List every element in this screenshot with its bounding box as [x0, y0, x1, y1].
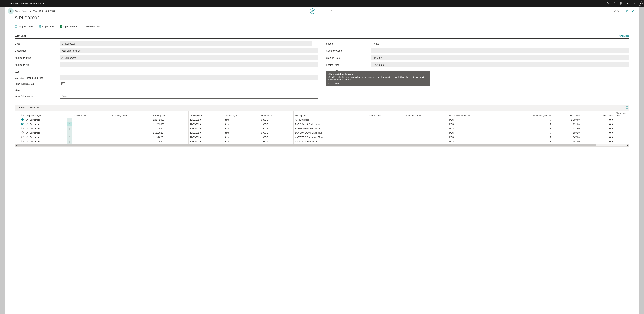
back-button[interactable] — [8, 8, 14, 14]
cell-applies-no[interactable] — [72, 140, 111, 144]
cell-variant[interactable] — [367, 126, 403, 131]
cell-variant[interactable] — [367, 135, 403, 140]
cell-start[interactable]: 11/1/2020 — [152, 126, 188, 131]
show-less-link[interactable]: Show less — [619, 34, 629, 37]
row-more-icon[interactable]: ⋮ — [67, 135, 72, 140]
cell-end[interactable]: 12/31/2020 — [188, 126, 223, 131]
tooltip-learn-more-link[interactable]: Learn more — [328, 82, 340, 84]
cell-applies-no[interactable] — [72, 122, 111, 126]
code-lookup-button[interactable]: ⋯ — [313, 41, 318, 46]
cell-price[interactable]: 190.10 — [552, 131, 581, 135]
col-variant[interactable]: Variant Code — [367, 111, 403, 118]
col-cost[interactable]: Cost Factor — [581, 111, 614, 118]
delete-button[interactable] — [329, 8, 334, 14]
cell-currency[interactable] — [111, 118, 152, 122]
row-select[interactable] — [21, 118, 24, 121]
cell-worktype[interactable] — [403, 122, 448, 126]
cell-ptype[interactable]: Item — [223, 118, 260, 122]
cell-ptype[interactable]: Item — [223, 131, 260, 135]
cell-applies-type[interactable]: All Customers — [25, 118, 67, 122]
user-avatar[interactable]: F — [638, 1, 643, 6]
row-more-icon[interactable]: ⋮ — [67, 118, 72, 122]
cell-allowdisc[interactable] — [614, 122, 629, 126]
cell-pno[interactable]: 1908-S — [260, 131, 294, 135]
cell-desc[interactable]: ANTWERP Conference Table — [294, 135, 367, 140]
cell-pno[interactable]: 1925-W — [260, 140, 294, 144]
cell-pno[interactable]: 1900-S — [260, 122, 294, 126]
col-worktype[interactable]: Work Type Code — [403, 111, 448, 118]
cell-minqty[interactable]: 5 — [504, 140, 552, 144]
cell-applies-no[interactable] — [72, 118, 111, 122]
cell-applies-no[interactable] — [72, 131, 111, 135]
cell-end[interactable]: 12/31/2020 — [188, 135, 223, 140]
cell-uom[interactable]: PCS — [448, 131, 504, 135]
copy-lines-action[interactable]: Copy Lines... — [39, 25, 56, 28]
row-select[interactable] — [21, 140, 24, 142]
col-ptype[interactable]: Product Type — [223, 111, 260, 118]
cell-currency[interactable] — [111, 126, 152, 131]
cell-worktype[interactable] — [403, 118, 448, 122]
cell-minqty[interactable]: 5 — [504, 122, 552, 126]
cell-price[interactable]: 1,000.80 — [552, 118, 581, 122]
cell-currency[interactable] — [111, 131, 152, 135]
col-price[interactable]: Unit Price — [552, 111, 581, 118]
lines-grid[interactable]: Applies-to Type Applies-to No. Currency … — [15, 111, 629, 146]
cell-variant[interactable] — [367, 122, 403, 126]
cell-pno[interactable]: 1896-S — [260, 118, 294, 122]
cell-ptype[interactable]: Item — [223, 126, 260, 131]
cell-end[interactable]: 12/31/2020 — [188, 140, 223, 144]
col-end[interactable]: Ending Date — [188, 111, 223, 118]
cell-ptype[interactable]: Item — [223, 122, 260, 126]
cell-price[interactable]: 647.80 — [552, 135, 581, 140]
cell-uom[interactable]: PCS — [448, 135, 504, 140]
manage-tab[interactable]: Manage — [28, 104, 41, 111]
horizontal-scrollbar[interactable]: ◄ ► — [15, 144, 629, 146]
notifications-icon[interactable] — [611, 0, 618, 7]
cell-end[interactable]: 12/31/2020 — [188, 118, 223, 122]
col-start[interactable]: Starting Date — [152, 111, 188, 118]
collapse-icon[interactable] — [632, 10, 634, 12]
app-launcher-icon[interactable] — [1, 1, 7, 6]
cell-allowdisc[interactable] — [614, 135, 629, 140]
cell-price[interactable]: 433.60 — [552, 126, 581, 131]
cell-pno[interactable]: 1906-S — [260, 126, 294, 131]
row-more-icon[interactable]: ⋮ — [67, 126, 72, 131]
col-minqty[interactable]: Minimum Quantity — [504, 111, 552, 118]
cell-applies-type[interactable]: All Customers — [25, 122, 67, 126]
table-row[interactable]: →All Customers⋮12/17/202012/31/2020Item1… — [15, 122, 629, 126]
table-row[interactable]: All Customers⋮11/1/202012/31/2020Item192… — [15, 135, 629, 140]
row-select[interactable] — [21, 136, 24, 138]
cell-applies-type[interactable]: All Customers — [25, 131, 67, 135]
cell-start[interactable]: 11/1/2020 — [152, 131, 188, 135]
cell-cost[interactable]: 0.00 — [581, 118, 614, 122]
cell-desc[interactable]: ATHENS Desk — [294, 118, 367, 122]
status-select[interactable]: Active — [371, 41, 629, 46]
cell-uom[interactable]: PCS — [448, 118, 504, 122]
row-more-icon[interactable]: ⋮ — [67, 122, 72, 126]
cell-minqty[interactable]: 5 — [504, 118, 552, 122]
cell-minqty[interactable]: 5 — [504, 126, 552, 131]
cell-allowdisc[interactable] — [614, 131, 629, 135]
cell-uom[interactable]: PCS — [448, 122, 504, 126]
search-icon[interactable] — [604, 0, 611, 7]
suggest-lines-action[interactable]: Suggest Lines... — [15, 25, 35, 28]
cell-start[interactable]: 11/1/2020 — [152, 135, 188, 140]
row-select[interactable] — [21, 123, 24, 125]
cell-allowdisc[interactable] — [614, 118, 629, 122]
flag-icon[interactable] — [618, 0, 624, 7]
cell-uom[interactable]: PCS — [448, 140, 504, 144]
cell-allowdisc[interactable] — [614, 126, 629, 131]
table-row[interactable]: All Customers⋮11/1/202012/31/2020Item190… — [15, 126, 629, 131]
row-more-icon[interactable]: ⋮ — [67, 131, 72, 135]
col-desc[interactable]: Description — [294, 111, 367, 118]
scroll-right-icon[interactable]: ► — [626, 144, 629, 146]
cell-ptype[interactable]: Item — [223, 135, 260, 140]
settings-icon[interactable] — [624, 0, 631, 7]
cell-applies-no[interactable] — [72, 126, 111, 131]
cell-worktype[interactable] — [403, 126, 448, 131]
table-row[interactable]: All Customers⋮11/1/202012/31/2020Item192… — [15, 140, 629, 144]
vat-bus-field[interactable] — [60, 76, 318, 80]
cell-minqty[interactable]: 5 — [504, 135, 552, 140]
cell-applies-type[interactable]: All Customers — [25, 126, 67, 131]
cell-currency[interactable] — [111, 140, 152, 144]
